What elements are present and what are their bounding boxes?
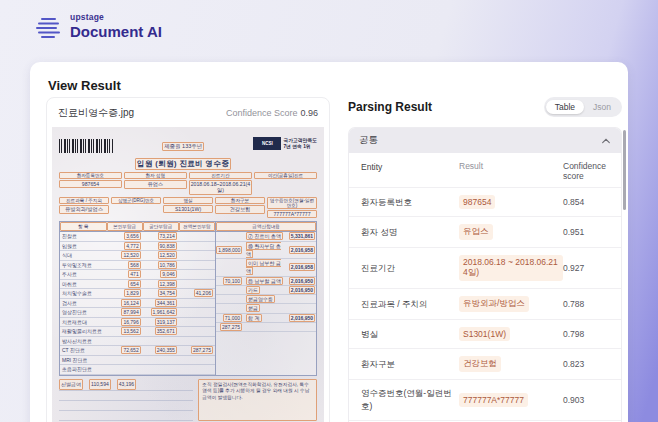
table-header-row: Entity Result Confidence score: [349, 153, 621, 187]
result-cell[interactable]: 건강보험: [459, 356, 501, 372]
entity-cell: 병실: [361, 328, 459, 341]
receipt-summary-row: 70,100 ⑪ 납부할 금액 2,016,950: [216, 277, 316, 286]
entity-cell: 진료과목 / 주치의: [361, 298, 459, 311]
receipt-item-row: 마취료 654 12,398: [60, 280, 215, 290]
receipt-item-row: 투약및조제료 568 10,786: [60, 261, 215, 271]
table-row[interactable]: 영수증번호(연월-일련번호) 777777A*77777 0.903: [349, 379, 621, 420]
receipt-item-row: 처치및수술료 1,829 34,754 41,206: [60, 289, 215, 299]
receipt-info-field: 환자등록번호 987654: [59, 172, 122, 195]
page-title: Document AI: [70, 23, 162, 40]
document-preview-card: 진료비영수증.jpg Confidence Score0.96 제중원 133주…: [46, 97, 330, 422]
entity-cell: 환자 성명: [361, 226, 459, 239]
receipt-summary-rows: ⑦ 진료비 총액 5,331,861 1,898,000 ⑩ 환자부담 총액 2…: [216, 232, 316, 332]
receipt-info-field: 진료기간 2018.06.18~2018.06.21(4일): [189, 172, 253, 195]
receipt-info-field: 환자구분 건강보험: [215, 197, 265, 218]
score-cell: 0.951: [563, 227, 607, 237]
view-toggle: Table Json: [544, 97, 622, 117]
result-cell[interactable]: S1301(1W): [459, 327, 510, 341]
section-title: 공통: [359, 134, 378, 147]
receipt-summary-row: 현금영수증: [216, 295, 316, 304]
receipt-item-row: 검사료 16,124 344,361: [60, 299, 215, 309]
receipt-item-row: 초음파진단료: [60, 365, 215, 375]
receipt-item-row: 입원료 4,772 90,838: [60, 242, 215, 252]
receipt-info-field: 영수증번호(연월-일련번호) 777777A*77777: [267, 197, 317, 218]
parsing-table-body: 환자등록번호 987654 0.854 환자 성명 유업스 0.951 진료기간…: [349, 187, 621, 422]
receipt-summary-row: 287,275: [216, 323, 316, 332]
table-row[interactable]: 환자등록번호 987654 0.854: [349, 187, 621, 216]
table-row[interactable]: 환자구분 건강보험 0.823: [349, 348, 621, 379]
score-cell: 0.903: [563, 395, 607, 405]
result-cell[interactable]: 유업스: [459, 224, 493, 240]
receipt-item-row: MRI 진단료: [60, 356, 215, 366]
column-entity: Entity: [361, 161, 459, 181]
table-row[interactable]: 진료기간 2018.06.18 ~ 2018.06.21 4일) 0.927: [349, 247, 621, 288]
entity-cell: 환자등록번호: [361, 196, 459, 209]
result-cell[interactable]: 777777A*77777: [459, 393, 528, 407]
receipt-summary-row: 71,000 합 계 2,016,950: [216, 314, 316, 323]
receipt-table-header: 항 목 본인부담금 공단부담금 전액본인부담: [60, 222, 215, 232]
view-result-title: View Result: [48, 78, 121, 93]
table-row[interactable]: 진료과목 / 주치의 유방외과/방업스 0.788: [349, 288, 621, 319]
scrollbar-thumb[interactable]: [623, 130, 626, 210]
preview-header: 진료비영수증.jpg Confidence Score0.96: [47, 98, 329, 126]
receipt-summary-row: 이미 납부한 금액 2,016,958: [216, 259, 316, 277]
receipt-info-field: 진료과목 / 주치의 유방외과/방업스: [59, 197, 109, 218]
score-cell: 0.927: [563, 263, 607, 273]
receipt-summary-row: 카드 2,016,950: [216, 286, 316, 295]
chevron-up-icon[interactable]: [601, 137, 611, 145]
brand-name: upstage: [70, 12, 162, 22]
score-cell: 0.788: [563, 299, 607, 309]
table-row[interactable]: 병실 S1301(1W) 0.798: [349, 319, 621, 348]
receipt-item-rows: 진찰료 3,656 73,214 입원료 4,772 90,838 식대 12,…: [60, 232, 215, 375]
score-cell: 0.798: [563, 329, 607, 339]
entity-cell: 영수증번호(연월-일련번호): [361, 387, 459, 413]
receipt-info-field: 상병군(DRG)번호: [111, 197, 161, 218]
file-name: 진료비영수증.jpg: [58, 106, 134, 120]
result-card: View Result 진료비영수증.jpg Confidence Score0…: [30, 62, 628, 422]
confidence-label: Confidence Score: [226, 108, 298, 118]
result-cell[interactable]: 2018.06.18 ~ 2018.06.21 4일): [459, 255, 563, 281]
badge-line2: 7년 연속 1위: [283, 144, 317, 150]
receipt-item-row: 방사선치료료: [60, 337, 215, 347]
ncsi-badge: NCSI 국가고객만족도 7년 연속 1위: [253, 137, 317, 150]
receipt-item-row: CT 진단료 72,652 240,355 287,275: [60, 346, 215, 356]
receipt-title: 입원 (퇴원) 진료비 영수증: [135, 158, 231, 170]
barcode: [59, 139, 113, 153]
receipt-item-row: 재활및물리치료료 13,562 352,671: [60, 327, 215, 337]
receipt-item-row: 치료재료대 16,796 319,137: [60, 318, 215, 328]
result-cell[interactable]: 987654: [459, 195, 495, 209]
receipt-image: 제중원 133주년 입원 (퇴원) 진료비 영수증 NCSI 국가고객만족도 7…: [52, 127, 324, 422]
receipt-note: 조직 정밀검사(면역조직화학검사, 유전자검사, 특수염색 등)를 추가 시행하…: [198, 379, 317, 421]
receipt-summary-row: 1,898,000 ⑩ 환자부담 총액 2,016,958: [216, 242, 316, 260]
column-score: Confidence score: [563, 161, 607, 181]
score-cell: 0.823: [563, 359, 607, 369]
column-result: Result: [459, 161, 563, 181]
receipt-header: 제중원 133주년 입원 (퇴원) 진료비 영수증 NCSI 국가고객만족도 7…: [59, 134, 317, 170]
toggle-table-button[interactable]: Table: [546, 100, 584, 114]
confidence-value: 0.96: [300, 108, 318, 118]
toggle-json-button[interactable]: Json: [584, 100, 620, 114]
entity-cell: 환자구분: [361, 358, 459, 371]
receipt-charges-table: 항 목 본인부담금 공단부담금 전액본인부담 진찰료 3,656 73,214: [59, 221, 317, 376]
badge-line1: 국가고객만족도: [283, 138, 317, 144]
score-cell: 0.854: [563, 197, 607, 207]
upstage-logo-icon: [34, 16, 62, 42]
receipt-info-field: 환자 성명 유업스: [124, 172, 187, 195]
receipt-anniversary: 제중원 133주년: [162, 142, 204, 151]
receipt-summary-row: ⑦ 진료비 총액 5,331,861: [216, 232, 316, 241]
confidence-score: Confidence Score0.96: [226, 108, 318, 118]
parsing-result-title: Parsing Result: [348, 100, 432, 114]
section-header[interactable]: 공통: [349, 128, 621, 153]
receipt-calc-header: 금액산정내용: [216, 222, 316, 232]
receipt-item-row: 진찰료 3,656 73,214: [60, 232, 215, 242]
receipt-info-row2: 진료과목 / 주치의 유방외과/방업스 상병군(DRG)번호 병실 S1301(…: [59, 197, 317, 218]
result-cell[interactable]: 유방외과/방업스: [459, 296, 529, 312]
receipt-info-field: 병실 S1301(1W): [163, 197, 213, 218]
receipt-summary-row: 현금: [216, 304, 316, 313]
receipt-subrows: 선별급여 110,594 43,196: [59, 379, 193, 421]
table-row[interactable]: 환자 성명 유업스 0.951: [349, 216, 621, 247]
receipt-item-row: 영상진단료 87,994 1,961,642: [60, 308, 215, 318]
receipt-info-field: 야간(공휴일)진료: [254, 172, 317, 195]
common-section: 공통 Entity Result Confidence score 환자등록번호…: [348, 127, 622, 422]
receipt-info-row1: 환자등록번호 987654 환자 성명 유업스 진료기간 2018.06.18~…: [59, 172, 317, 195]
